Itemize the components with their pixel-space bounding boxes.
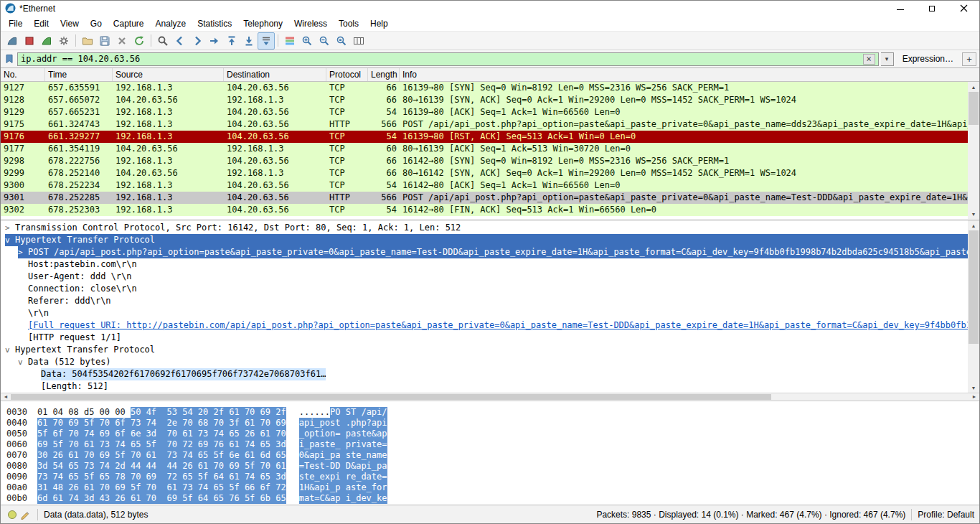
filter-clear-button[interactable]: × — [863, 54, 875, 65]
scrollbar-thumb[interactable] — [969, 230, 979, 344]
detail-row-data-node[interactable]: vData (512 bytes) — [1, 356, 979, 368]
resize-columns-button[interactable] — [350, 32, 367, 50]
packet-row-9177[interactable]: 9177661.354119104.20.63.56192.168.1.3TCP… — [1, 143, 968, 155]
menu-capture[interactable]: Capture — [108, 17, 150, 31]
detail-row-request-line[interactable]: >POST /api/api_post.php?api_option=paste… — [1, 246, 979, 258]
detail-row-connection[interactable]: Connection: close\r\n — [1, 283, 979, 295]
status-profile[interactable]: Profile: Default — [918, 510, 974, 520]
minimize-button[interactable] — [885, 1, 916, 16]
hex-row[interactable]: 009073 74 65 5f 65 78 70 69 72 65 5f 64 … — [6, 472, 979, 482]
menu-telephony[interactable]: Telephony — [237, 17, 288, 31]
find-packet-button[interactable] — [154, 32, 171, 50]
scroll-right-icon[interactable]: ► — [969, 393, 979, 401]
column-header-destination[interactable]: Destination — [224, 68, 326, 81]
hex-row[interactable]: 007030 26 61 70 69 5f 70 61 73 74 65 5f … — [6, 450, 979, 461]
scroll-left-icon[interactable]: ◄ — [1, 393, 11, 401]
detail-link-text[interactable]: [Full request URI: http://pastebin.com/a… — [28, 319, 979, 332]
scroll-down-icon[interactable]: ▼ — [968, 209, 979, 219]
detail-row-full-request-uri[interactable]: [Full request URI: http://pastebin.com/a… — [1, 319, 979, 332]
scroll-down-icon[interactable]: ▼ — [968, 383, 979, 393]
zoom-original-button[interactable] — [333, 32, 350, 50]
close-button[interactable] — [948, 1, 979, 16]
go-forward-button[interactable] — [189, 32, 206, 50]
first-packet-button[interactable] — [223, 32, 240, 50]
menu-view[interactable]: View — [55, 17, 85, 31]
capture-options-button[interactable] — [55, 32, 72, 50]
packet-row-9300[interactable]: 9300678.252234192.168.1.3104.20.63.56TCP… — [1, 179, 968, 192]
packet-row-9175[interactable]: 9175661.324743192.168.1.3104.20.63.56HTT… — [1, 118, 968, 131]
packet-row-9302[interactable]: 9302678.252303192.168.1.3104.20.63.56TCP… — [1, 204, 968, 216]
detail-row-tcp[interactable]: >Transmission Control Protocol, Src Port… — [1, 222, 979, 234]
zoom-in-button[interactable] — [298, 32, 316, 50]
detail-row-http2[interactable]: vHypertext Transfer Protocol — [1, 344, 979, 356]
expert-info-button[interactable] — [6, 508, 19, 521]
last-packet-button[interactable] — [240, 32, 258, 50]
column-header-info[interactable]: Info — [400, 68, 968, 81]
menu-tools[interactable]: Tools — [333, 17, 364, 31]
scroll-up-icon[interactable]: ▲ — [968, 220, 979, 230]
expander-icon[interactable]: v — [5, 234, 15, 246]
zoom-out-button[interactable] — [316, 32, 333, 50]
menu-analyze[interactable]: Analyze — [150, 17, 192, 31]
menu-help[interactable]: Help — [364, 17, 394, 31]
reload-file-button[interactable] — [131, 32, 148, 50]
detail-row-data-length[interactable]: [Length: 512] — [1, 380, 979, 393]
expression-button[interactable]: Expression… — [896, 54, 960, 64]
go-to-packet-button[interactable] — [206, 32, 223, 50]
colorize-button[interactable] — [281, 32, 298, 50]
hex-row[interactable]: 00505f 6f 70 74 69 6f 6e 3d 70 61 73 74 … — [6, 429, 979, 439]
start-capture-button[interactable] — [4, 32, 21, 50]
packet-row-9301-selected[interactable]: 9301678.252285192.168.1.3104.20.63.56HTT… — [1, 192, 968, 204]
packet-row-9298[interactable]: 9298678.222756192.168.1.3104.20.63.56TCP… — [1, 155, 968, 167]
menu-edit[interactable]: Edit — [28, 17, 55, 31]
scrollbar-track[interactable] — [968, 230, 979, 383]
expander-icon[interactable]: > — [18, 246, 28, 258]
details-scrollbar[interactable]: ▲ ▼ — [968, 220, 979, 393]
detail-row-host[interactable]: Host:pastebin.com\r\n — [1, 258, 979, 271]
packet-row-9129[interactable]: 9129657.665231192.168.1.3104.20.63.56TCP… — [1, 106, 968, 118]
scrollbar-thumb[interactable] — [969, 92, 979, 125]
open-file-button[interactable] — [79, 32, 96, 50]
menu-go[interactable]: Go — [85, 17, 108, 31]
display-filter-input[interactable]: ip.addr == 104.20.63.56 × — [17, 52, 879, 66]
packet-row-9176[interactable]: 9176661.329277192.168.1.3104.20.63.56TCP… — [1, 131, 968, 143]
menu-wireless[interactable]: Wireless — [288, 17, 333, 31]
scrollbar-track[interactable] — [968, 92, 979, 209]
scroll-up-icon[interactable]: ▲ — [968, 82, 979, 92]
menu-statistics[interactable]: Statistics — [192, 17, 237, 31]
scrollbar-thumb[interactable] — [11, 394, 771, 400]
packet-row-9299[interactable]: 9299678.252140104.20.63.56192.168.1.3TCP… — [1, 167, 968, 179]
detail-row-http-selected[interactable]: vHypertext Transfer Protocol — [1, 234, 979, 246]
column-header-protocol[interactable]: Protocol — [326, 68, 368, 81]
packet-row-9128[interactable]: 9128657.665072104.20.63.56192.168.1.3TCP… — [1, 94, 968, 106]
capture-comment-button[interactable] — [19, 508, 32, 521]
hex-row[interactable]: 00a031 48 26 61 70 69 5f 70 61 73 74 65 … — [6, 482, 979, 493]
expander-icon[interactable]: v — [5, 344, 15, 356]
go-back-button[interactable] — [171, 32, 189, 50]
detail-row-crlf[interactable]: \r\n — [1, 307, 979, 319]
hex-row[interactable]: 006069 5f 70 61 73 74 65 5f 70 72 69 76 … — [6, 439, 979, 450]
detail-row-http-request[interactable]: [HTTP request 1/1] — [1, 332, 979, 344]
column-header-length[interactable]: Length — [368, 68, 400, 81]
menu-file[interactable]: File — [3, 17, 28, 31]
expander-icon[interactable]: v — [18, 356, 28, 368]
filter-dropdown-button[interactable]: ▾ — [881, 52, 894, 66]
column-header-time[interactable]: Time — [45, 68, 113, 81]
expander-icon[interactable]: > — [5, 222, 15, 234]
hex-row[interactable]: 00b06d 61 74 3d 43 26 61 70 69 5f 64 65 … — [6, 493, 979, 504]
scrollbar-track[interactable] — [11, 393, 969, 401]
packet-row-9127[interactable]: 9127657.635591192.168.1.3104.20.63.56TCP… — [1, 82, 968, 94]
column-header-no[interactable]: No. — [1, 68, 45, 81]
packet-list-scrollbar[interactable]: ▲ ▼ — [968, 82, 979, 219]
details-horizontal-scrollbar[interactable]: ◄ ► — [1, 393, 979, 401]
auto-scroll-button[interactable] — [258, 32, 275, 50]
filter-bookmark-button[interactable] — [4, 52, 15, 66]
hex-row[interactable]: 00803d 54 65 73 74 2d 44 44 44 26 61 70 … — [6, 461, 979, 472]
restore-button[interactable] — [916, 1, 948, 16]
detail-row-user-agent[interactable]: User-Agent: ddd \r\n — [1, 271, 979, 283]
hex-row[interactable]: 004061 70 69 5f 70 6f 73 74 2e 70 68 70 … — [6, 418, 979, 429]
restart-capture-button[interactable] — [38, 32, 55, 50]
hex-row[interactable]: 003001 04 08 d5 00 00 50 4f 53 54 20 2f … — [6, 407, 979, 418]
close-file-button[interactable] — [113, 32, 131, 50]
save-file-button[interactable] — [96, 32, 113, 50]
